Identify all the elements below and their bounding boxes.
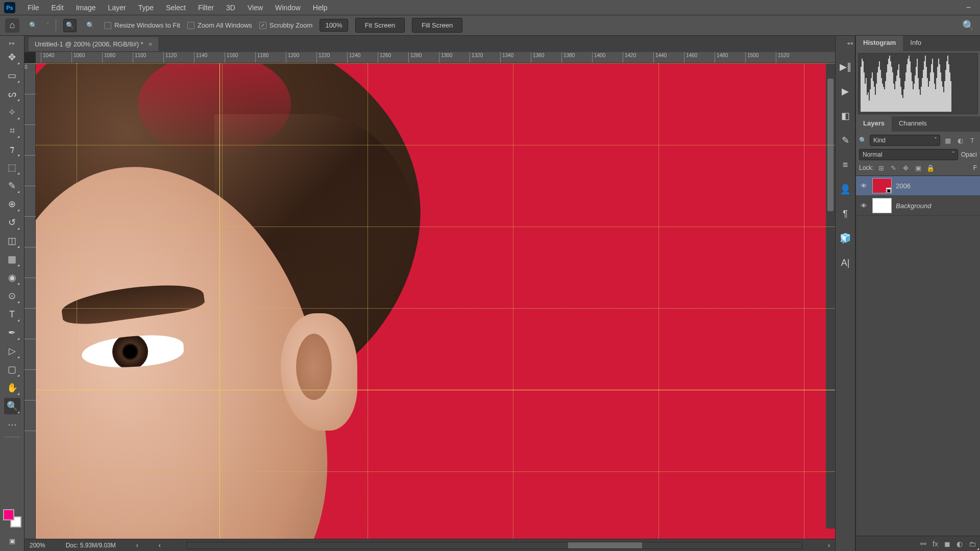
guide-horizontal[interactable] — [36, 390, 835, 390]
horizontal-ruler[interactable]: 1040106010801100112011401160118012001220… — [36, 52, 835, 63]
fill-screen-button[interactable]: Fill Screen — [412, 18, 462, 33]
layer-row[interactable]: 👁2006 — [856, 176, 980, 196]
zoom-all-checkbox[interactable]: Zoom All Windows — [187, 21, 252, 29]
tab-channels[interactable]: Channels — [892, 116, 934, 132]
layer-visibility-icon[interactable]: 👁 — [859, 201, 868, 210]
character-panel-icon[interactable]: 👤 — [839, 183, 851, 195]
tab-info[interactable]: Info — [903, 36, 928, 51]
tab-histogram[interactable]: Histogram — [856, 36, 903, 51]
adjustment-layer-icon[interactable]: ◐ — [957, 540, 963, 548]
tool-preset-chevron-icon[interactable]: ˇ — [47, 22, 48, 28]
menu-edit[interactable]: Edit — [45, 1, 70, 15]
tab-layers[interactable]: Layers — [856, 116, 892, 132]
hand-tool[interactable]: ✋ — [4, 380, 20, 396]
layer-thumbnail[interactable] — [872, 198, 892, 213]
menu-window[interactable]: Window — [269, 1, 307, 15]
glyphs-panel-icon[interactable]: A| — [839, 257, 851, 269]
document-tab[interactable]: Untitled-1 @ 200% (2006, RGB/8#) * × — [29, 37, 158, 51]
status-chevron-right-icon[interactable]: › — [828, 542, 830, 549]
zoom-out-button[interactable]: 🔍 — [84, 19, 97, 32]
lock-artboard-icon[interactable]: ▣ — [914, 163, 923, 172]
home-button[interactable]: ⌂ — [5, 18, 19, 33]
marquee-tool[interactable]: ▭ — [4, 67, 20, 84]
eyedropper-tool[interactable]: ⁊ — [4, 141, 20, 157]
brush-settings-panel-icon[interactable]: ✎ — [839, 134, 851, 146]
pen-tool[interactable]: ✒ — [4, 324, 20, 341]
horizontal-scrollbar[interactable] — [186, 542, 802, 549]
zoom-percent-button[interactable]: 100% — [320, 19, 348, 32]
fit-screen-button[interactable]: Fit Screen — [355, 18, 405, 33]
canvas[interactable] — [36, 63, 835, 539]
filter-type-icon[interactable]: T — [968, 136, 977, 145]
brush-tool[interactable]: ✎ — [4, 178, 20, 194]
edit-toolbar[interactable]: ⋯ — [4, 416, 20, 433]
type-tool[interactable]: T — [4, 306, 20, 322]
vertical-ruler[interactable]: 0 — [24, 63, 36, 539]
foreground-color-swatch[interactable] — [3, 509, 14, 520]
screen-mode-button[interactable]: ▣ — [4, 534, 20, 548]
move-tool[interactable]: ✥ — [4, 49, 20, 65]
menu-image[interactable]: Image — [70, 1, 102, 15]
blur-tool[interactable]: ◉ — [4, 269, 20, 286]
search-icon[interactable]: 🔍 — [962, 19, 975, 32]
layer-row[interactable]: 👁Background — [856, 196, 980, 216]
expand-toolbox-icon[interactable]: ▸▸ — [9, 40, 15, 47]
lock-transparent-icon[interactable]: ⊞ — [877, 163, 886, 172]
link-layers-icon[interactable]: ⚯ — [920, 540, 926, 548]
history-brush-tool[interactable]: ↺ — [4, 214, 20, 231]
menu-layer[interactable]: Layer — [102, 1, 132, 15]
close-tab-icon[interactable]: × — [149, 40, 153, 48]
blend-mode-select[interactable]: Normalˇ — [859, 149, 958, 160]
menu-3d[interactable]: 3D — [220, 1, 241, 15]
path-selection-tool[interactable]: ▷ — [4, 343, 20, 359]
magic-wand-tool[interactable]: ✧ — [4, 104, 20, 120]
layer-thumbnail[interactable] — [872, 178, 892, 193]
patch-tool[interactable]: ⬚ — [4, 159, 20, 176]
scrubby-zoom-checkbox[interactable]: Scrubby Zoom — [259, 21, 313, 29]
lock-all-icon[interactable]: 🔒 — [926, 163, 935, 172]
menu-select[interactable]: Select — [160, 1, 192, 15]
status-chevron-icon[interactable]: › — [136, 542, 138, 549]
lasso-tool[interactable]: ᔕ — [4, 86, 20, 102]
lock-position-icon[interactable]: ✥ — [901, 163, 911, 172]
menu-help[interactable]: Help — [307, 1, 334, 15]
layer-name-label[interactable]: Background — [896, 202, 931, 210]
clone-stamp-tool[interactable]: ⊕ — [4, 196, 20, 212]
layer-filter-select[interactable]: Kind ˇ — [870, 135, 940, 146]
color-swatches[interactable] — [3, 509, 21, 528]
zoom-tool[interactable]: 🔍 — [4, 398, 20, 414]
search-layers-icon[interactable]: 🔍 — [859, 137, 867, 144]
filter-adjustment-icon[interactable]: ◐ — [955, 136, 965, 145]
collapse-panels-icon[interactable]: ◂◂ — [847, 40, 853, 46]
layer-name-label[interactable]: 2006 — [896, 182, 911, 190]
zoom-in-button[interactable]: 🔍 — [63, 19, 77, 32]
status-chevron-left-icon[interactable]: ‹ — [159, 542, 161, 549]
menu-type[interactable]: Type — [132, 1, 160, 15]
guide-vertical[interactable] — [219, 63, 220, 539]
paragraph-panel-icon[interactable]: ¶ — [839, 208, 851, 220]
status-zoom[interactable]: 200% — [30, 542, 45, 549]
vertical-scrollbar[interactable] — [826, 63, 835, 529]
3d-panel-icon[interactable]: 🧊 — [839, 232, 851, 244]
properties-panel-icon[interactable]: ◧ — [839, 110, 851, 122]
group-layers-icon[interactable]: 🗀 — [969, 540, 976, 548]
eraser-tool[interactable]: ◫ — [4, 233, 20, 249]
minimize-button[interactable]: − — [966, 3, 971, 12]
menu-filter[interactable]: Filter — [192, 1, 220, 15]
filter-pixel-icon[interactable]: ▦ — [943, 136, 952, 145]
menu-view[interactable]: View — [241, 1, 269, 15]
gradient-tool[interactable]: ▦ — [4, 251, 20, 267]
actions-panel-icon[interactable]: ▶‖ — [839, 61, 851, 73]
resize-windows-checkbox[interactable]: Resize Windows to Fit — [104, 21, 180, 29]
layer-mask-icon[interactable]: ◼ — [944, 540, 950, 548]
status-doc-size[interactable]: Doc: 5.93M/9.03M — [66, 542, 116, 549]
play-panel-icon[interactable]: ▶ — [839, 85, 851, 97]
fx-icon[interactable]: fx — [933, 540, 938, 548]
current-tool-zoom-icon[interactable]: 🔍 — [27, 19, 40, 32]
rectangle-tool[interactable]: ▢ — [4, 361, 20, 378]
lock-image-icon[interactable]: ✎ — [889, 163, 898, 172]
adjustments-panel-icon[interactable]: ≡ — [839, 159, 851, 171]
layer-visibility-icon[interactable]: 👁 — [859, 181, 868, 190]
menu-file[interactable]: File — [21, 1, 45, 15]
horizontal-scrollbar-thumb[interactable] — [568, 542, 642, 548]
